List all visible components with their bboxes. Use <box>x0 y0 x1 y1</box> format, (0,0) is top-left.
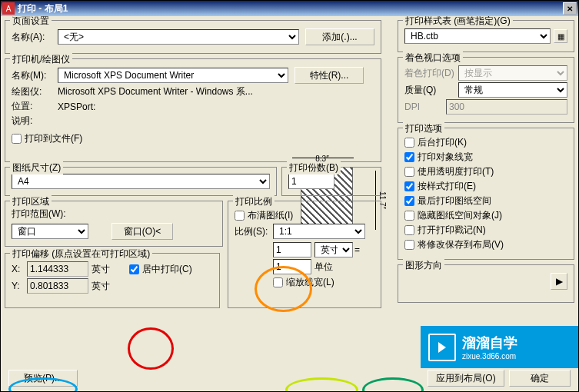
plotstyle-group: 打印样式表 (画笔指定)(G) HB.ctb ▦ <box>398 20 574 52</box>
scale-unit2-label: 单位 <box>314 261 333 274</box>
offset-group: 打印偏移 (原点设置在可打印区域) X: 英寸 居中打印(C) Y: 英寸 <box>5 253 220 308</box>
print-to-file-checkbox[interactable] <box>12 134 22 144</box>
opt-plotstyles-checkbox[interactable] <box>404 181 414 191</box>
opt-hidepaperspace-label: 隐藏图纸空间对象(J) <box>418 209 502 222</box>
offset-y-input[interactable] <box>27 278 88 294</box>
plotstyle-edit-icon[interactable]: ▦ <box>554 29 567 43</box>
opt-plotstyles-label: 按样式打印(E) <box>418 180 476 193</box>
opt-paperspace-label: 最后打印图纸空间 <box>418 194 491 208</box>
opt-background-checkbox[interactable] <box>404 138 414 148</box>
opt-lineweights-label: 打印对象线宽 <box>418 151 473 164</box>
copies-group: 打印份数(B) <box>281 167 381 196</box>
printer-name-select[interactable]: Microsoft XPS Document Writer <box>58 68 288 83</box>
titlebar: A 打印 - 布局1 ✕ <box>1 1 578 16</box>
options-legend: 打印选项 <box>403 122 444 135</box>
viewport-legend: 着色视口选项 <box>403 51 463 65</box>
app-icon: A <box>2 2 15 15</box>
desc-label: 说明: <box>12 115 58 128</box>
opt-paperspace-checkbox[interactable] <box>404 196 414 206</box>
copies-legend: 打印份数(B) <box>287 161 341 174</box>
printer-props-button[interactable]: 特性(R)... <box>294 67 364 84</box>
scale-label: 比例(S): <box>235 225 273 238</box>
page-setup-legend: 页面设置 <box>10 16 52 28</box>
quality-label: 质量(Q) <box>404 84 458 97</box>
location-label: 位置: <box>12 100 58 113</box>
plotstyle-select[interactable]: HB.ctb <box>404 28 551 44</box>
fit-to-paper-label: 布满图纸(I) <box>248 209 293 222</box>
annotation-red <box>128 327 174 370</box>
shade-label: 着色打印(D) <box>404 67 458 80</box>
printer-name-label: 名称(M): <box>12 69 58 82</box>
scale-unit2-input[interactable] <box>273 259 311 274</box>
brand-overlay: 溜溜自学 zixue.3d66.com <box>421 326 578 368</box>
copies-input[interactable] <box>288 174 334 189</box>
expand-icon[interactable]: ▶ <box>551 273 567 290</box>
paper-size-legend: 图纸尺寸(Z) <box>10 161 63 174</box>
center-plot-checkbox[interactable] <box>129 264 139 274</box>
print-scale-legend: 打印比例 <box>233 195 275 208</box>
opt-background-label: 后台打印(K) <box>418 136 467 149</box>
printer-legend: 打印机/绘图仪 <box>10 53 72 66</box>
print-scale-group: 打印比例 布满图纸(I) 比例(S): 1:1 <box>228 201 381 308</box>
print-to-file-label: 打印到文件(F) <box>25 132 82 145</box>
center-plot-label: 居中打印(C) <box>142 263 192 276</box>
offset-legend: 打印偏移 (原点设置在可打印区域) <box>10 247 152 261</box>
print-area-legend: 打印区域 <box>10 195 52 208</box>
opt-transparency-label: 使用透明度打印(T) <box>418 165 494 178</box>
play-icon <box>428 334 456 361</box>
opt-plotstamp-label: 打开打印戳记(N) <box>418 224 486 237</box>
paper-size-group: 图纸尺寸(Z) A4 <box>5 167 277 196</box>
opt-transparency-checkbox[interactable] <box>404 167 414 177</box>
print-area-group: 打印区域 打印范围(W): 窗口 窗口(O)< <box>5 201 223 247</box>
window-pick-button[interactable]: 窗口(O)< <box>111 223 173 240</box>
plotter-label: 绘图仪: <box>12 85 58 98</box>
opt-savechanges-checkbox[interactable] <box>404 240 414 250</box>
quality-select[interactable]: 常规 <box>458 82 567 98</box>
apply-button[interactable]: 应用到布局(O) <box>428 370 504 387</box>
shade-select: 按显示 <box>458 65 567 81</box>
dpi-input <box>446 99 567 115</box>
dpi-label: DPI <box>404 101 446 112</box>
opt-lineweights-checkbox[interactable] <box>404 152 414 162</box>
location-value: XPSPort: <box>58 101 95 112</box>
offset-x-label: X: <box>12 264 27 274</box>
brand-name: 溜溜自学 <box>462 335 517 350</box>
preview-button[interactable]: 预览(P)... <box>8 370 78 387</box>
scale-lineweights-checkbox[interactable] <box>273 277 283 287</box>
window-title: 打印 - 布局1 <box>18 2 563 15</box>
add-button[interactable]: 添加(.)... <box>305 28 374 45</box>
close-icon[interactable]: ✕ <box>563 2 577 15</box>
paper-size-select[interactable]: A4 <box>12 174 270 189</box>
offset-x-unit: 英寸 <box>92 263 110 276</box>
options-group: 打印选项 后台打印(K) 打印对象线宽 使用透明度打印(T) 按样式打印(E) … <box>398 128 574 260</box>
scale-unit1-select[interactable]: 英寸 <box>314 242 353 257</box>
viewport-group: 着色视口选项 着色打印(D) 按显示 质量(Q) 常规 DPI <box>398 57 574 123</box>
ok-button[interactable]: 确定 <box>509 370 571 387</box>
offset-y-label: Y: <box>12 281 27 291</box>
fit-to-paper-checkbox[interactable] <box>235 211 245 221</box>
page-setup-group: 页面设置 名称(A): <无> 添加(.)... <box>5 20 381 54</box>
page-name-label: 名称(A): <box>12 31 58 44</box>
printer-group: 打印机/绘图仪 名称(M): Microsoft XPS Document Wr… <box>5 58 381 162</box>
scale-unit1-input[interactable] <box>273 242 311 257</box>
scale-lineweights-label: 缩放线宽(L) <box>286 276 334 289</box>
opt-hidepaperspace-checkbox[interactable] <box>404 211 414 221</box>
opt-plotstamp-checkbox[interactable] <box>404 225 414 235</box>
print-range-label: 打印范围(W): <box>12 208 216 221</box>
offset-x-input[interactable] <box>27 261 88 277</box>
orientation-legend: 图形方向 <box>403 259 444 272</box>
page-name-select[interactable]: <无> <box>58 29 299 45</box>
opt-savechanges-label: 将修改保存到布局(V) <box>418 238 504 251</box>
print-range-select[interactable]: 窗口 <box>12 224 88 239</box>
brand-url: zixue.3d66.com <box>462 352 517 360</box>
plotstyle-legend: 打印样式表 (画笔指定)(G) <box>403 16 513 28</box>
print-dialog: A 打印 - 布局1 ✕ 页面设置 名称(A): <无> 添加(.)... 打印… <box>0 0 579 392</box>
scale-select[interactable]: 1:1 <box>273 224 365 239</box>
orientation-group: 图形方向 ▶ <box>398 264 574 303</box>
plotter-value: Microsoft XPS Document Writer - Windows … <box>58 85 253 98</box>
offset-y-unit: 英寸 <box>92 280 110 293</box>
